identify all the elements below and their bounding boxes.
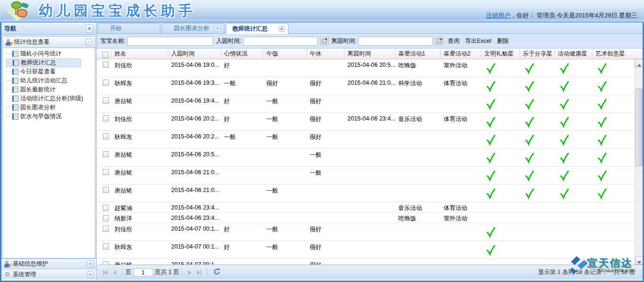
tab-园长图表分析[interactable]: 园长图表分析×	[162, 23, 224, 33]
table-row[interactable]: 耿晖东2015-04-06 20:2...一般一般很好	[97, 131, 643, 149]
row-checkbox[interactable]	[103, 80, 109, 86]
sidebar-item-label: 随机小问号统计	[20, 50, 62, 58]
cell-act1: 音乐活动	[396, 113, 441, 130]
sidebar-item-园长图表分析[interactable]: 园长图表分析	[6, 103, 95, 112]
first-page-button[interactable]	[101, 268, 109, 277]
pager-status-text: 显示第 1 条到 58 条记录，一共 58 条	[538, 268, 635, 276]
sidebar-group-system[interactable]: ⚙ 系统管理 +	[1, 269, 96, 280]
entry-time-input[interactable]	[243, 37, 318, 46]
row-checkbox[interactable]	[103, 226, 109, 232]
calendar-icon[interactable]	[320, 37, 329, 45]
table-row[interactable]: 刘佳欣2015-04-06 19:0...好2015-04-06 20:5...…	[97, 59, 643, 77]
sidebar-group-label: 基础信息维护	[13, 260, 87, 268]
cell-leave	[345, 223, 396, 241]
export-excel-button[interactable]: 导出Excel	[463, 36, 493, 46]
leave-time-input[interactable]	[358, 37, 433, 46]
table-row[interactable]: 纳新洋2015-04-06 23:4...吃晚饭室外活动	[97, 213, 643, 223]
sidebar-item-今日获星查看[interactable]: 今日获星查看	[6, 67, 95, 76]
column-header-离园时间[interactable]: 离园时间	[345, 48, 396, 59]
last-page-button[interactable]	[195, 268, 204, 277]
table-row[interactable]: 唐喆铭2015-04-06 21:0...一般	[97, 167, 643, 185]
green-check-icon	[525, 177, 534, 183]
sidebar-item-幼儿统计活动汇总[interactable]: 幼儿统计活动汇总	[6, 76, 95, 85]
row-checkbox[interactable]	[103, 62, 109, 68]
cell-mood: 一般	[221, 131, 264, 148]
row-checkbox[interactable]	[103, 133, 109, 139]
row-checkbox[interactable]	[103, 169, 109, 175]
row-checkbox[interactable]	[103, 243, 109, 250]
collapse-icon[interactable]: «	[85, 24, 93, 32]
table-row[interactable]: 刘佳欣2015-04-07 00:1...好一般很好	[97, 223, 643, 241]
column-header-喜爱活动2[interactable]: 喜爱活动2	[441, 48, 481, 59]
expand-group-icon[interactable]: +	[87, 271, 94, 278]
cell-leave	[345, 259, 396, 265]
cell-act2	[441, 241, 481, 258]
scrollbar-thumb[interactable]	[636, 89, 643, 166]
vertical-scrollbar[interactable]	[635, 59, 643, 265]
tab-close-icon[interactable]: ×	[279, 26, 285, 32]
table-row[interactable]: 耿晖东2015-04-07 00:1...好一般很好	[97, 241, 643, 259]
column-header-艺术创意星[interactable]: 艺术创意星	[593, 48, 643, 59]
tab-开始[interactable]: 开始	[98, 23, 160, 33]
row-checkbox[interactable]	[103, 187, 109, 193]
cell-lunch: 一般	[264, 185, 307, 202]
logout-link[interactable]: 注销用户	[486, 12, 511, 19]
delete-button[interactable]: 删除	[495, 36, 511, 46]
row-checkbox[interactable]	[103, 151, 109, 157]
sidebar-item-园长最新统计[interactable]: 园长最新统计	[6, 85, 95, 94]
column-header-乐于分享星[interactable]: 乐于分享星	[520, 48, 555, 59]
column-header-心情状况[interactable]: 心情状况	[221, 48, 264, 59]
sidebar-item-活动统计汇总分析(班级)[interactable]: 活动统计汇总分析(班级)	[6, 94, 95, 103]
row-checkbox[interactable]	[103, 261, 109, 265]
column-header-入园时间[interactable]: 入园时间	[168, 48, 221, 59]
tab-教师统计汇总[interactable]: 教师统计汇总×	[226, 23, 289, 34]
column-header-活动健康星[interactable]: 活动健康星	[555, 48, 593, 59]
column-header-午饭[interactable]: 午饭	[264, 48, 307, 59]
cell-act1	[396, 95, 441, 113]
cell-nap: 很好	[307, 131, 345, 148]
column-header-姓名[interactable]: 姓名	[112, 48, 168, 59]
cell-star3	[555, 77, 593, 95]
row-checkbox-cell	[97, 59, 112, 77]
sidebar-item-饮水与早饭情况[interactable]: 饮水与早饭情况	[6, 112, 95, 121]
sidebar-item-随机小问号统计[interactable]: 随机小问号统计	[6, 49, 95, 58]
collapse-group-icon[interactable]: −	[85, 39, 92, 46]
cell-entry: 2015-04-06 21:0...	[168, 185, 221, 202]
sidebar-group-base-info[interactable]: 基础信息维护 +	[1, 259, 96, 269]
search-button[interactable]: 查询	[446, 36, 461, 46]
column-header-喜爱活动1[interactable]: 喜爱活动1	[396, 48, 441, 59]
table-row[interactable]: 刘佳欣2015-04-06 20:2...好一般很好2015-04-06 23:…	[97, 113, 643, 131]
table-row[interactable]: 耿晖东2015-04-06 19:3...一般很好很好2015-04-06 21…	[97, 77, 643, 95]
select-all-checkbox[interactable]	[102, 52, 108, 58]
column-header-午休[interactable]: 午休	[307, 48, 345, 59]
baby-name-input[interactable]	[127, 37, 213, 46]
expand-group-icon[interactable]: +	[87, 260, 94, 267]
row-checkbox[interactable]	[103, 115, 109, 121]
table-row[interactable]: 唐喆铭2015-04-06 19:4...好一般很好	[97, 95, 643, 113]
table-row[interactable]: 赵紫涵2015-04-06 23:4...音乐活动体育活动	[97, 202, 643, 213]
scroll-up-icon[interactable]	[635, 59, 643, 67]
green-check-icon	[597, 105, 607, 112]
sidebar-item-label: 活动统计汇总分析(班级)	[20, 95, 83, 103]
row-checkbox[interactable]	[103, 205, 109, 211]
table-row[interactable]: 唐喆铭2015-04-07 00:1很好	[97, 259, 643, 265]
page-number-input[interactable]	[133, 268, 153, 276]
tab-close-icon[interactable]: ×	[215, 25, 221, 32]
calendar-icon[interactable]	[435, 37, 444, 45]
sidebar-bottom-panels: 基础信息维护 + ⚙ 系统管理 +	[1, 258, 96, 280]
column-header-文明礼貌星[interactable]: 文明礼貌星	[481, 48, 520, 59]
sidebar-group-statistics[interactable]: 统计信息查看 −	[3, 37, 95, 48]
scroll-down-icon[interactable]	[635, 257, 643, 265]
refresh-icon[interactable]	[213, 268, 221, 277]
next-page-button[interactable]	[186, 268, 194, 277]
cell-lunch	[264, 167, 307, 184]
cell-star2	[520, 213, 555, 223]
row-checkbox[interactable]	[103, 215, 109, 221]
sidebar-item-教师统计汇总[interactable]: 教师统计汇总	[6, 58, 81, 67]
table-row[interactable]: 唐喆铭2015-04-06 21:0...一般	[97, 185, 643, 202]
prev-page-button[interactable]	[110, 268, 119, 277]
table-row[interactable]: 唐喆铭2015-04-06 20:5...一般	[97, 149, 643, 167]
row-checkbox[interactable]	[103, 97, 109, 104]
document-icon	[12, 69, 18, 75]
cell-star2	[520, 131, 555, 148]
